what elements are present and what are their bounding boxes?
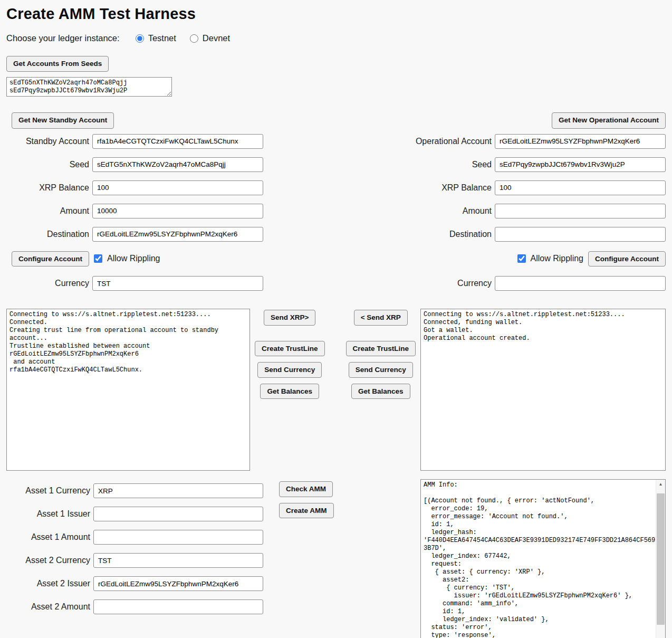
standby-account-label: Standby Account [26, 137, 89, 146]
radio-group-testnet: Testnet [136, 33, 176, 43]
operational-configure-row: Allow Rippling Configure Account [406, 251, 666, 267]
standby-configure-row: Configure Account Allow Rippling [6, 251, 263, 267]
operational-seed-input[interactable] [495, 157, 666, 172]
standby-account-row: Standby Account [6, 134, 263, 149]
get-new-standby-account-button[interactable]: Get New Standby Account [12, 112, 114, 129]
operational-log-textarea[interactable]: Connecting to wss://s.altnet.rippletest.… [420, 309, 666, 471]
standby-allow-rippling-checkbox[interactable] [94, 254, 102, 263]
testnet-radio[interactable] [136, 34, 144, 43]
operational-send-currency-button[interactable]: Send Currency [349, 362, 413, 378]
scroll-up-icon[interactable]: ▲ [656, 480, 665, 488]
operational-allow-rippling-checkbox[interactable] [517, 254, 526, 263]
standby-currency-label: Currency [55, 279, 89, 288]
standby-account-input[interactable] [92, 134, 263, 149]
standby-currency-row: Currency [6, 276, 263, 291]
operational-amount-row: Amount [406, 204, 666, 218]
operational-currency-label: Currency [457, 279, 492, 288]
get-new-operational-account-button[interactable]: Get New Operational Account [552, 112, 666, 129]
asset2-issuer-label: Asset 2 Issuer [37, 579, 90, 588]
standby-amount-input[interactable] [92, 204, 263, 218]
asset1-issuer-label: Asset 1 Issuer [37, 509, 90, 519]
asset1-currency-input[interactable] [93, 483, 263, 498]
operational-get-balances-button[interactable]: Get Balances [351, 384, 410, 399]
standby-currency-input[interactable] [92, 276, 263, 291]
asset1-currency-label: Asset 1 Currency [25, 486, 90, 496]
testnet-radio-label[interactable]: Testnet [148, 33, 176, 43]
standby-column: Get New Standby Account Standby Account … [6, 112, 263, 296]
standby-seed-label: Seed [70, 160, 89, 169]
asset1-amount-input[interactable] [93, 530, 263, 545]
operational-destination-row: Destination [406, 227, 666, 242]
amm-buttons: Check AMM Create AMM [263, 479, 420, 518]
standby-configure-account-button[interactable]: Configure Account [12, 251, 89, 267]
asset2-issuer-input[interactable] [93, 576, 263, 591]
asset2-currency-input[interactable] [93, 553, 263, 568]
standby-actions-stack: Send XRP> Create TrustLine Send Currency… [255, 310, 325, 399]
standby-xrp-balance-label: XRP Balance [39, 183, 89, 193]
operational-create-trustline-button[interactable]: Create TrustLine [346, 341, 416, 357]
seeds-textarea[interactable]: sEdTG5nXThKWZoV2aqrh47oMCa8Pqjj sEd7Pqy9… [6, 77, 172, 97]
standby-allow-rippling-label[interactable]: Allow Rippling [107, 254, 160, 263]
operational-configure-account-button[interactable]: Configure Account [588, 251, 666, 267]
operational-seed-label: Seed [472, 160, 492, 169]
standby-create-trustline-button[interactable]: Create TrustLine [255, 341, 325, 357]
standby-send-xrp-button[interactable]: Send XRP> [264, 310, 315, 326]
operational-amount-input[interactable] [495, 204, 666, 218]
operational-amount-label: Amount [463, 206, 492, 216]
get-accounts-from-seeds-button[interactable]: Get Accounts From Seeds [6, 56, 109, 72]
ledger-instance-row: Choose your ledger instance: Testnet Dev… [6, 33, 666, 43]
asset1-issuer-row: Asset 1 Issuer [6, 507, 263, 521]
standby-xrp-balance-row: XRP Balance [6, 180, 263, 195]
operational-allow-rippling-label[interactable]: Allow Rippling [531, 254, 584, 263]
asset2-amount-input[interactable] [93, 599, 263, 614]
standby-get-balances-button[interactable]: Get Balances [260, 384, 319, 399]
operational-send-xrp-button[interactable]: < Send XRP [354, 310, 408, 326]
amm-section: Asset 1 Currency Asset 1 Issuer Asset 1 … [6, 479, 666, 638]
standby-destination-row: Destination [6, 227, 263, 242]
standby-send-currency-button[interactable]: Send Currency [257, 362, 322, 378]
operational-destination-label: Destination [449, 230, 492, 239]
asset2-amount-label: Asset 2 Amount [31, 602, 90, 612]
page-title: Create AMM Test Harness [6, 5, 666, 23]
asset1-issuer-input[interactable] [93, 507, 263, 521]
create-amm-button[interactable]: Create AMM [279, 503, 334, 519]
standby-amount-row: Amount [6, 204, 263, 218]
standby-log-textarea[interactable]: Connecting to wss://s.altnet.rippletest.… [6, 309, 250, 471]
operational-currency-input[interactable] [495, 276, 666, 291]
asset1-amount-row: Asset 1 Amount [6, 530, 263, 545]
asset1-amount-label: Asset 1 Amount [31, 532, 90, 542]
devnet-radio-label[interactable]: Devnet [203, 33, 230, 43]
operational-currency-row: Currency [406, 276, 666, 291]
asset2-issuer-row: Asset 2 Issuer [6, 576, 263, 591]
amm-asset-fields: Asset 1 Currency Asset 1 Issuer Asset 1 … [6, 479, 263, 618]
asset2-currency-label: Asset 2 Currency [25, 556, 90, 565]
standby-destination-input[interactable] [92, 227, 263, 242]
asset2-amount-row: Asset 2 Amount [6, 599, 263, 614]
standby-amount-label: Amount [60, 206, 89, 216]
standby-destination-label: Destination [47, 230, 89, 239]
standby-seed-row: Seed [6, 157, 263, 172]
transfer-buttons: Send XRP> Create TrustLine Send Currency… [250, 309, 420, 399]
transfer-section: Connecting to wss://s.altnet.rippletest.… [6, 309, 666, 471]
operational-xrp-balance-label: XRP Balance [441, 183, 492, 193]
scrollbar-thumb[interactable] [657, 493, 665, 625]
devnet-radio[interactable] [190, 34, 198, 43]
operational-xrp-balance-input[interactable] [495, 180, 666, 195]
operational-column: Get New Operational Account Operational … [406, 112, 666, 296]
standby-xrp-balance-input[interactable] [92, 180, 263, 195]
operational-actions-stack: < Send XRP Create TrustLine Send Currenc… [346, 310, 416, 399]
operational-xrp-balance-row: XRP Balance [406, 180, 666, 195]
amm-test-harness-page: Create AMM Test Harness Choose your ledg… [0, 0, 672, 638]
amm-info-panel: AMM Info: [(Account not found., { error:… [420, 479, 666, 638]
ledger-instance-label: Choose your ledger instance: [6, 33, 120, 43]
amm-info-textarea[interactable]: AMM Info: [(Account not found., { error:… [420, 479, 666, 638]
standby-seed-input[interactable] [92, 157, 263, 172]
radio-group-devnet: Devnet [190, 33, 230, 43]
operational-destination-input[interactable] [495, 227, 666, 242]
operational-account-input[interactable] [495, 134, 666, 149]
operational-account-row: Operational Account [406, 134, 666, 149]
amm-info-scrollbar[interactable]: ▲ ▼ [656, 480, 665, 638]
asset2-currency-row: Asset 2 Currency [6, 553, 263, 568]
check-amm-button[interactable]: Check AMM [279, 481, 333, 497]
operational-seed-row: Seed [406, 157, 666, 172]
